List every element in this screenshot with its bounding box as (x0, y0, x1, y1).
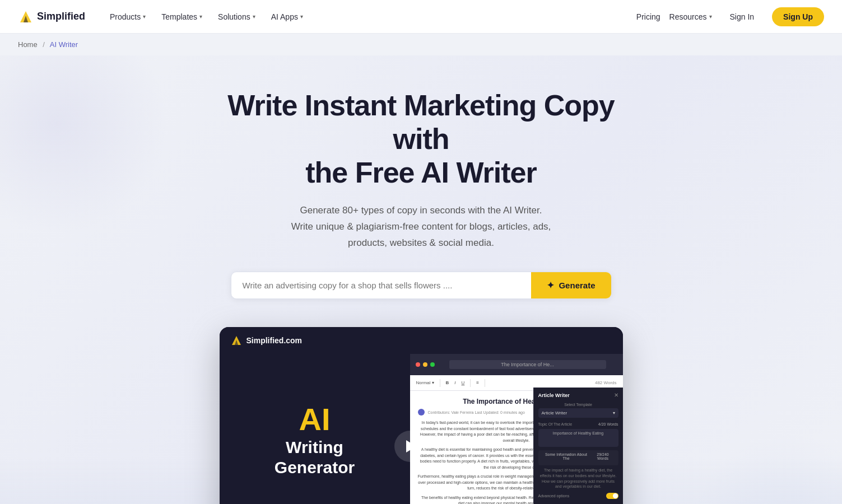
breadcrumb: Home / AI Writer (0, 34, 842, 55)
nav-item-solutions[interactable]: Solutions ▾ (211, 8, 262, 26)
panel-info-header: Some Information About The 29/240 Words (542, 452, 615, 460)
search-bar: ✦ Generate (231, 272, 612, 299)
dot-red (416, 362, 420, 367)
video-header: Simplified.com (220, 327, 623, 354)
toolbar-align[interactable]: ≡ (475, 380, 481, 386)
signup-button[interactable]: Sign Up (772, 7, 824, 26)
panel-template-value: Article Writer (542, 410, 567, 416)
panel-template-select[interactable]: Article Writer ▾ (538, 408, 618, 418)
play-triangle-icon (406, 440, 416, 452)
video-generator-label: Generator (235, 458, 394, 478)
navbar: Simplified Products ▾ Templates ▾ Soluti… (0, 0, 842, 34)
nav-aiapps-label: AI Apps (271, 12, 298, 21)
generate-icon: ✦ (547, 280, 554, 291)
nav-item-aiapps[interactable]: AI Apps ▾ (264, 8, 310, 26)
chevron-down-icon: ▾ (253, 13, 255, 20)
nav-resources[interactable]: Resources ▾ (669, 12, 712, 21)
video-logo-area: Simplified.com (231, 335, 303, 346)
panel-info-label: Some Information About The (542, 452, 591, 460)
logo[interactable]: Simplified (18, 9, 85, 25)
breadcrumb-home[interactable]: Home (18, 40, 38, 49)
chevron-down-icon: ▾ (613, 410, 615, 416)
window-dots (416, 362, 435, 367)
hero-subtitle-line1: Generate 80+ types of copy in seconds wi… (300, 205, 542, 216)
nav-pricing[interactable]: Pricing (636, 12, 660, 21)
breadcrumb-separator: / (43, 40, 45, 49)
signin-button[interactable]: Sign In (721, 8, 764, 26)
chevron-down-icon: ▾ (300, 13, 303, 20)
video-left: AI Writing Generator (220, 354, 410, 504)
toolbar-sep3 (485, 379, 485, 387)
logo-icon (18, 9, 34, 25)
search-input[interactable] (231, 273, 532, 298)
chevron-down-icon: ▾ (143, 13, 146, 20)
dot-yellow (423, 362, 427, 367)
toolbar-underline[interactable]: U (460, 380, 467, 386)
panel-advanced-label: Advanced options (538, 494, 570, 498)
nav-templates-label: Templates (161, 12, 197, 21)
breadcrumb-current: AI Writer (50, 40, 78, 49)
article-tab-title: The Importance of He... (449, 360, 606, 369)
video-logo-text: Simplified.com (246, 336, 303, 345)
toolbar-bold[interactable]: B (444, 380, 451, 386)
toggle-knob (613, 493, 618, 498)
toolbar-sep2 (470, 379, 471, 387)
hero-title-line1: Write Instant Marketing Copy with (227, 89, 614, 155)
nav-item-products[interactable]: Products ▾ (103, 8, 152, 26)
search-container: ✦ Generate (18, 272, 824, 299)
video-container: Simplified.com AI Writing Generator (220, 327, 623, 504)
article-preview: The Importance of He... Normal ▾ B I U ≡… (410, 354, 623, 504)
logo-text: Simplified (37, 11, 85, 22)
video-writing-label: Writing (235, 437, 394, 458)
advanced-toggle[interactable] (606, 493, 618, 499)
toolbar-normal[interactable]: Normal ▾ (415, 380, 436, 386)
play-button[interactable] (394, 431, 426, 462)
hero-subtitle-line2: Write unique & plagiarism-free content f… (291, 221, 551, 232)
panel-topic-row: Topic Of The Article 4/20 Words (538, 422, 618, 426)
hero-subtitle: Generate 80+ types of copy in seconds wi… (259, 203, 584, 251)
panel-topic-input[interactable]: Importance of Healthy Eating (538, 429, 618, 447)
article-meta-text: Contributors: Vale Ferreira Last Updated… (428, 410, 525, 414)
article-top-bar: The Importance of He... (410, 354, 623, 375)
video-logo-icon (231, 335, 242, 346)
hero-title: Write Instant Marketing Copy with the Fr… (203, 89, 640, 189)
panel-info-count: 29/240 Words (591, 452, 615, 460)
panel-info-row: Some Information About The 29/240 Words (538, 450, 618, 465)
panel-info-text: The impact of having a healthy diet, the… (538, 468, 618, 489)
hero-subtitle-line3: products, websites & social media. (348, 237, 494, 248)
toolbar-italic[interactable]: I (453, 380, 457, 386)
hero-section: Write Instant Marketing Copy with the Fr… (0, 55, 842, 504)
nav-products-label: Products (110, 12, 141, 21)
panel-title: Article Writer (538, 393, 570, 398)
panel-header: Article Writer ✕ (538, 392, 618, 398)
panel-topic-label: Topic Of The Article (538, 422, 573, 426)
generate-button[interactable]: ✦ Generate (531, 272, 611, 298)
ai-writer-panel: Article Writer ✕ Select Template Article… (533, 388, 623, 504)
hero-title-line2: the Free AI Writer (305, 156, 537, 189)
chevron-down-icon: ▾ (709, 13, 712, 20)
panel-topic-count: 4/20 Words (598, 422, 618, 426)
panel-select-label: Select Template (538, 403, 618, 407)
panel-topic-value: Importance of Healthy Eating (553, 431, 603, 435)
video-main: AI Writing Generator (220, 354, 623, 504)
dot-green (430, 362, 435, 367)
nav-solutions-label: Solutions (218, 12, 250, 21)
nav-right: Pricing Resources ▾ Sign In Sign Up (636, 7, 824, 26)
toolbar-words: 482 Words (593, 380, 618, 386)
toolbar-sep (440, 379, 440, 387)
article-avatar (418, 409, 425, 416)
panel-toggle-row: Advanced options (538, 493, 618, 499)
generate-label: Generate (559, 281, 595, 290)
panel-close-icon[interactable]: ✕ (614, 392, 618, 398)
nav-item-templates[interactable]: Templates ▾ (155, 8, 209, 26)
video-ai-label: AI (235, 404, 394, 435)
chevron-down-icon: ▾ (199, 13, 202, 20)
nav-links: Products ▾ Templates ▾ Solutions ▾ AI Ap… (103, 8, 636, 26)
video-section: Simplified.com AI Writing Generator (18, 327, 824, 504)
